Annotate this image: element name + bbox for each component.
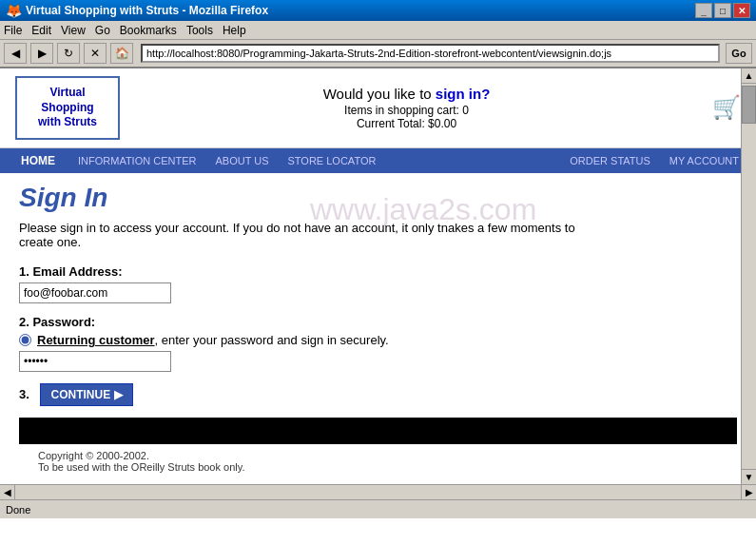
cart-icon: 🛒 bbox=[712, 94, 741, 121]
email-label: 1. Email Address: bbox=[19, 264, 737, 279]
nav-home[interactable]: HOME bbox=[8, 150, 68, 171]
cart-info: Items in shopping cart: 0 bbox=[120, 104, 693, 117]
nav-information-center[interactable]: INFORMATION CENTER bbox=[68, 151, 205, 170]
page-header: Virtual Shopping with Struts Would you l… bbox=[0, 68, 756, 148]
nav-about-us[interactable]: ABOUT US bbox=[205, 151, 278, 170]
nav-store-locator[interactable]: STORE LOCATOR bbox=[279, 151, 386, 170]
password-section: 2. Password: Returning customer, enter y… bbox=[19, 315, 737, 372]
back-button[interactable]: ◀ bbox=[4, 43, 27, 64]
menubar: File Edit View Go Bookmarks Tools Help bbox=[0, 21, 756, 40]
continue-arrow: ▶ bbox=[114, 388, 123, 401]
cart-total: Current Total: $0.00 bbox=[120, 117, 693, 130]
maximize-button[interactable]: □ bbox=[714, 3, 731, 18]
menu-view[interactable]: View bbox=[61, 24, 86, 37]
footer-bar bbox=[19, 418, 737, 444]
email-input[interactable] bbox=[19, 282, 171, 303]
page-title: Sign In bbox=[19, 183, 737, 213]
returning-customer-label: Returning customer bbox=[37, 333, 155, 347]
vertical-scrollbar[interactable]: ▲ ▼ bbox=[741, 68, 756, 484]
page-description: Please sign in to access your account. I… bbox=[19, 221, 609, 249]
sign-in-question: Would you like to sign in? bbox=[120, 86, 693, 102]
continue-label: CONTINUE bbox=[50, 388, 110, 401]
horizontal-scrollbar[interactable]: ◀ ▶ bbox=[0, 484, 756, 499]
home-button[interactable]: 🏠 bbox=[110, 43, 133, 64]
nav-my-account[interactable]: MY ACCOUNT bbox=[660, 151, 748, 170]
status-text: Done bbox=[6, 504, 30, 516]
menu-help[interactable]: Help bbox=[223, 24, 246, 37]
main-content: www.java2s.com Sign In Please sign in to… bbox=[0, 173, 756, 484]
continue-button[interactable]: CONTINUE ▶ bbox=[40, 383, 133, 406]
nav-order-status[interactable]: ORDER STATUS bbox=[560, 151, 660, 170]
stop-button[interactable]: ✕ bbox=[84, 43, 107, 64]
footer-text: Copyright © 2000-2002. To be used with t… bbox=[19, 444, 737, 478]
password-input[interactable] bbox=[19, 351, 171, 372]
menu-go[interactable]: Go bbox=[95, 24, 110, 37]
logo-text-line1: Virtual Shopping bbox=[41, 86, 93, 114]
menu-bookmarks[interactable]: Bookmarks bbox=[120, 24, 177, 37]
go-button[interactable]: Go bbox=[726, 43, 752, 64]
minimize-button[interactable]: _ bbox=[695, 3, 712, 18]
header-center: Would you like to sign in? Items in shop… bbox=[120, 86, 693, 130]
sign-in-link[interactable]: sign in? bbox=[436, 86, 491, 102]
navbar: HOME INFORMATION CENTER ABOUT US STORE L… bbox=[0, 148, 756, 173]
returning-customer-group: Returning customer, enter your password … bbox=[19, 333, 737, 347]
browser-toolbar: ◀ ▶ ↻ ✕ 🏠 Go bbox=[0, 40, 756, 68]
statusbar: Done bbox=[0, 499, 756, 518]
window-title: Virtual Shopping with Struts - Mozilla F… bbox=[26, 4, 268, 17]
returning-customer-desc: , enter your password and sign in secure… bbox=[155, 333, 389, 347]
footer-note: To be used with the OReilly Struts book … bbox=[38, 461, 718, 473]
menu-edit[interactable]: Edit bbox=[31, 24, 51, 37]
forward-button[interactable]: ▶ bbox=[30, 43, 53, 64]
browser-icon: 🦊 bbox=[6, 3, 22, 18]
address-input[interactable] bbox=[141, 44, 720, 63]
email-section: 1. Email Address: bbox=[19, 264, 737, 303]
signin-form: 1. Email Address: 2. Password: Returning… bbox=[19, 264, 737, 406]
reload-button[interactable]: ↻ bbox=[57, 43, 80, 64]
menu-tools[interactable]: Tools bbox=[186, 24, 213, 37]
site-logo: Virtual Shopping with Struts bbox=[15, 76, 120, 140]
step3-label: 3. bbox=[19, 387, 29, 401]
menu-file[interactable]: File bbox=[4, 24, 22, 37]
continue-section: 3. CONTINUE ▶ bbox=[19, 383, 737, 406]
copyright-text: Copyright © 2000-2002. bbox=[38, 450, 718, 461]
address-bar bbox=[137, 44, 720, 63]
returning-customer-radio[interactable] bbox=[19, 334, 31, 346]
password-label: 2. Password: bbox=[19, 315, 737, 329]
logo-text-line2: with Struts bbox=[38, 115, 97, 128]
close-button[interactable]: ✕ bbox=[733, 3, 750, 18]
window-titlebar: 🦊 Virtual Shopping with Struts - Mozilla… bbox=[0, 0, 756, 21]
